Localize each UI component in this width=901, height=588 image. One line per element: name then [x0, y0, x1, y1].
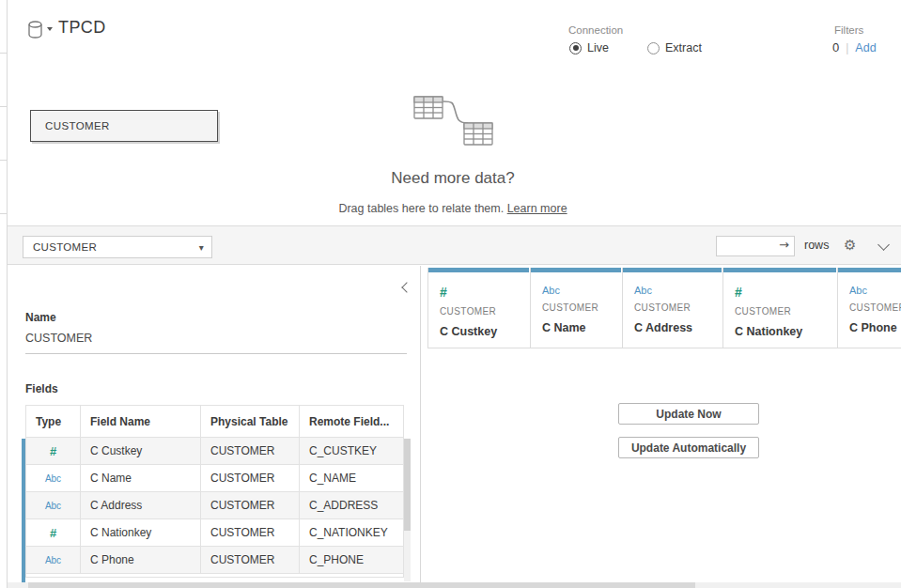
- table-row[interactable]: # C Custkey CUSTOMER C_CUSTKEY: [26, 438, 404, 465]
- update-now-button[interactable]: Update Now: [618, 403, 759, 425]
- horizontal-scrollbar-thumb[interactable]: [28, 582, 695, 588]
- string-type-icon: Abc: [849, 285, 901, 296]
- fields-vertical-scrollbar[interactable]: [404, 439, 411, 581]
- left-rail[interactable]: [0, 0, 8, 588]
- physical-table-cell: CUSTOMER: [201, 465, 300, 492]
- column-field-name: C Phone: [849, 321, 901, 334]
- number-type-icon: #: [440, 285, 530, 300]
- physical-table-cell: CUSTOMER: [201, 519, 300, 547]
- grid-column-c-name[interactable]: Abc CUSTOMER C Name: [531, 268, 623, 348]
- collapse-panel-icon[interactable]: [401, 282, 412, 292]
- grid-column-c-phone[interactable]: Abc CUSTOMER C Phone: [838, 268, 901, 348]
- column-table-name: CUSTOMER: [440, 306, 530, 317]
- string-type-icon[interactable]: Abc: [45, 555, 61, 565]
- live-radio[interactable]: [569, 42, 582, 54]
- name-label: Name: [25, 311, 56, 324]
- grid-column-c-address[interactable]: Abc CUSTOMER C Address: [623, 268, 723, 348]
- col-header-type[interactable]: Type: [26, 406, 81, 438]
- field-name-cell: C Name: [81, 465, 201, 492]
- table-row[interactable]: # C Nationkey CUSTOMER C_NATIONKEY: [26, 519, 404, 547]
- string-type-icon: Abc: [542, 285, 622, 296]
- connection-block: Connection Live Extract: [568, 24, 623, 36]
- field-name-cell: C Nationkey: [81, 519, 201, 547]
- grid-column-c-custkey[interactable]: # CUSTOMER C Custkey: [427, 268, 531, 348]
- add-filter-link[interactable]: Add: [855, 41, 876, 54]
- collapse-grid-chevron-icon[interactable]: [878, 239, 890, 251]
- string-type-icon[interactable]: Abc: [45, 473, 61, 484]
- tableau-datasource-page: TPCD Connection Live Extract Filters 0 |…: [0, 0, 901, 588]
- table-row[interactable]: Abc C Phone CUSTOMER C_PHONE: [26, 547, 404, 574]
- table-row[interactable]: Abc C Address CUSTOMER C_ADDRESS: [26, 492, 404, 519]
- filters-divider: |: [846, 41, 848, 54]
- table-select-value: CUSTOMER: [33, 241, 97, 253]
- gear-icon[interactable]: ⚙: [844, 237, 856, 254]
- extract-radio-label: Extract: [665, 41, 702, 54]
- col-header-remote-field[interactable]: Remote Field...: [300, 406, 404, 438]
- column-field-name: C Name: [542, 321, 622, 334]
- number-type-icon[interactable]: #: [50, 526, 56, 540]
- column-field-name: C Custkey: [440, 325, 530, 338]
- horizontal-scrollbar[interactable]: [8, 582, 901, 588]
- relate-tables-illustration: [406, 92, 500, 156]
- column-field-name: C Address: [634, 321, 722, 334]
- metadata-panel: Name CUSTOMER Fields Type Field Name Phy…: [8, 266, 421, 582]
- update-automatically-button[interactable]: Update Automatically: [618, 437, 759, 458]
- empty-state-text: Drag tables here to relate them.: [338, 202, 504, 215]
- field-name-cell: C Address: [81, 492, 201, 519]
- row-drag-stripe: [22, 439, 25, 582]
- learn-more-link[interactable]: Learn more: [507, 202, 567, 215]
- remote-field-cell: C_NAME: [300, 465, 404, 492]
- page-title[interactable]: TPCD: [58, 18, 106, 38]
- canvas-table-customer[interactable]: CUSTOMER: [30, 110, 218, 142]
- rows-label: rows: [804, 239, 829, 252]
- remote-field-cell: C_ADDRESS: [300, 492, 404, 519]
- field-name-cell: C Custkey: [81, 438, 201, 465]
- rail-tick: [0, 53, 8, 54]
- extract-radio[interactable]: [647, 42, 660, 54]
- physical-table-cell: CUSTOMER: [201, 547, 300, 574]
- filters-label: Filters: [834, 24, 863, 36]
- col-header-physical-table[interactable]: Physical Table: [201, 406, 300, 438]
- grid-column-c-nationkey[interactable]: # CUSTOMER C Nationkey: [723, 268, 838, 348]
- empty-state-subtitle: Drag tables here to relate them. Learn m…: [227, 202, 678, 215]
- chevron-down-icon: ▾: [199, 242, 204, 253]
- rail-tick: [0, 106, 8, 107]
- rail-tick: [0, 213, 8, 214]
- remote-field-cell: C_PHONE: [300, 547, 404, 574]
- column-table-name: CUSTOMER: [735, 306, 837, 317]
- rail-tick: [0, 160, 8, 161]
- column-table-name: CUSTOMER: [634, 302, 722, 313]
- live-radio-label: Live: [587, 41, 609, 54]
- grid-toolbar: CUSTOMER ▾ → rows ⚙: [8, 225, 901, 265]
- table-name-field[interactable]: CUSTOMER: [25, 332, 407, 354]
- data-grid-header: # CUSTOMER C Custkey Abc CUSTOMER C Name…: [427, 268, 901, 348]
- table-row-partial: [26, 574, 404, 578]
- fields-table: Type Field Name Physical Table Remote Fi…: [25, 405, 404, 578]
- table-select-dropdown[interactable]: CUSTOMER ▾: [23, 236, 212, 258]
- remote-field-cell: C_CUSTKEY: [300, 438, 404, 465]
- database-icon[interactable]: [27, 21, 55, 41]
- column-table-name: CUSTOMER: [849, 302, 901, 313]
- empty-state-title: Need more data?: [274, 169, 631, 188]
- string-type-icon: Abc: [634, 285, 722, 296]
- apply-rows-arrow-icon[interactable]: →: [779, 238, 789, 252]
- fields-header-row: Type Field Name Physical Table Remote Fi…: [26, 406, 404, 438]
- column-field-name: C Nationkey: [735, 325, 837, 338]
- table-row[interactable]: Abc C Name CUSTOMER C_NAME: [26, 465, 404, 492]
- fields-scrollbar-thumb[interactable]: [404, 439, 411, 531]
- field-name-cell: C Phone: [81, 547, 201, 574]
- filters-count: 0: [832, 40, 839, 54]
- rows-input-group: →: [716, 236, 795, 256]
- number-type-icon[interactable]: #: [50, 444, 56, 458]
- remote-field-cell: C_NATIONKEY: [300, 519, 404, 547]
- string-type-icon[interactable]: Abc: [45, 501, 61, 511]
- filters-block: Filters 0 | Add: [834, 24, 863, 36]
- col-header-field-name[interactable]: Field Name: [81, 406, 201, 438]
- fields-label: Fields: [25, 382, 58, 395]
- physical-table-cell: CUSTOMER: [201, 492, 300, 519]
- physical-table-cell: CUSTOMER: [201, 438, 300, 465]
- number-type-icon: #: [735, 285, 837, 300]
- column-table-name: CUSTOMER: [542, 302, 622, 313]
- data-grid-panel: # CUSTOMER C Custkey Abc CUSTOMER C Name…: [421, 266, 901, 582]
- connection-label: Connection: [568, 24, 623, 36]
